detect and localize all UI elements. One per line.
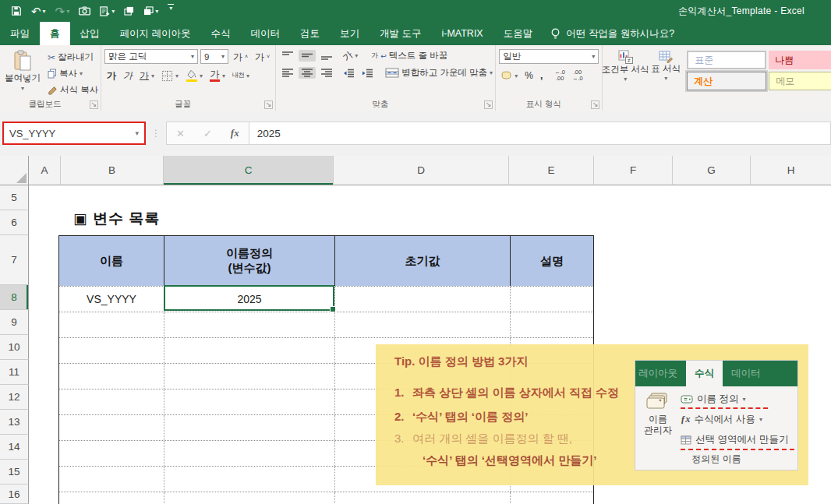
grow-font-button[interactable]: 가˄ [231,51,250,62]
column-header-g[interactable]: G [673,156,751,185]
save-icon[interactable] [11,4,22,18]
cell-b8[interactable]: VS_YYYY [59,287,164,312]
select-all-corner[interactable] [0,156,29,185]
name-box[interactable]: VS_YYYY ▾ [2,122,146,145]
tab-formulas[interactable]: 수식 [200,22,240,45]
header-name-definition[interactable]: 이름정의 (변수값) [164,236,335,286]
row-header-11[interactable]: 11 [0,360,29,385]
row-header-6[interactable]: 6 [0,210,29,235]
cancel-icon[interactable]: ✕ [176,128,185,139]
cell-style-bad[interactable]: 나쁨 [769,51,831,69]
customize-qat-icon[interactable]: ▾ [168,4,174,18]
font-dialog-launcher[interactable]: ↘ [264,100,273,109]
row-header-13[interactable]: 13 [0,410,29,435]
number-format-select[interactable]: 일반▾ [499,49,599,64]
cell-style-normal[interactable]: 표준 [687,51,766,69]
bold-button[interactable]: 가 [104,70,118,81]
cell-style-calculation[interactable]: 계산 [687,72,766,90]
cell[interactable] [59,312,164,337]
accounting-format-button[interactable]: ▾ [499,70,520,81]
row-header-9[interactable]: 9 [0,310,29,335]
copy-button[interactable]: 복사 ▾ [45,67,101,80]
cell-c8[interactable]: 2025 [164,287,335,312]
redo-button[interactable]: ↷▾ [55,4,70,18]
tell-me-box[interactable]: 어떤 작업을 원하시나요? [543,22,682,45]
align-right-button[interactable] [318,67,335,79]
header-description[interactable]: 설명 [511,236,593,286]
increase-decimal-button[interactable]: ←.0 .00 [552,69,568,83]
paste-button[interactable]: 붙여넣기 ▾ [3,49,42,97]
clipboard-dialog-launcher[interactable]: ↘ [90,100,98,109]
orientation-button[interactable]: 가 ▾ [341,51,360,62]
formula-bar-splitter[interactable]: ⋮ [146,128,166,139]
cell[interactable] [59,389,164,414]
cell-d8[interactable] [335,287,511,312]
column-header-d[interactable]: D [334,156,509,185]
format-as-table-button[interactable]: 표 서식 ▾ [649,49,682,83]
cell[interactable] [59,364,164,389]
cell[interactable] [164,312,335,337]
tab-review[interactable]: 검토 [290,22,330,45]
enter-icon[interactable]: ✓ [203,128,212,139]
tab-developer[interactable]: 개발 도구 [370,22,431,45]
cell[interactable] [511,492,593,504]
cell[interactable] [335,492,511,504]
row-header-15[interactable]: 15 [0,460,29,485]
font-size-select[interactable]: 9▾ [200,49,228,64]
column-header-a[interactable]: A [29,156,61,185]
row-header-14[interactable]: 14 [0,435,29,460]
align-bottom-button[interactable] [318,50,335,62]
insert-function-icon[interactable]: fx [231,127,239,139]
row-header-8[interactable]: 8 [0,285,29,310]
cell[interactable] [164,389,335,414]
row-header-5[interactable]: 5 [0,185,29,210]
align-left-button[interactable] [279,67,296,79]
borders-button[interactable]: ▾ [159,69,181,83]
row-header-10[interactable]: 10 [0,335,29,360]
decrease-decimal-button[interactable]: .00 →.0 [570,69,585,83]
cell-style-note[interactable]: 메모 [769,72,831,90]
alignment-dialog-launcher[interactable]: ↘ [484,100,493,109]
format-painter-button[interactable]: 서식 복사 [45,83,101,97]
column-header-b[interactable]: B [61,156,164,185]
cell[interactable] [511,312,593,337]
undo-button[interactable]: ↶▾ [31,4,46,18]
name-box-dropdown-icon[interactable]: ▾ [135,129,139,137]
shape-front-icon[interactable] [124,4,134,18]
tip-callout[interactable]: Tip. 이름 정의 방법 3가지 1. 좌측 상단 셀의 이름 상자에서 직접… [376,344,808,485]
font-family-select[interactable]: 맑은 고딕▾ [104,49,198,64]
tab-home[interactable]: 홈 [40,22,70,45]
cell[interactable] [164,467,335,492]
cell[interactable] [335,312,511,337]
cell[interactable] [164,338,335,363]
column-header-h[interactable]: H [751,156,831,185]
camera-icon[interactable] [79,4,90,18]
cell[interactable] [164,441,335,466]
cell[interactable] [164,415,335,440]
italic-button[interactable]: 가 [121,70,135,81]
wrap-text-button[interactable]: 가 ↩ 텍스트 줄 바꿈 [369,49,450,62]
cell[interactable] [59,415,164,440]
row-header-7[interactable]: 7 [0,235,29,285]
cell[interactable] [59,492,164,504]
fill-color-button[interactable]: ▾ [183,69,205,83]
tab-file[interactable]: 파일 [0,22,40,45]
tab-imatrix[interactable]: i-MATRIX [431,22,493,45]
tab-data[interactable]: 데이터 [240,22,290,45]
header-initial-value[interactable]: 초기값 [335,236,511,286]
cell-e8[interactable] [511,287,593,312]
column-header-e[interactable]: E [509,156,594,185]
row-header-16[interactable]: 16 [0,485,29,504]
cell[interactable] [59,338,164,363]
conditional-formatting-button[interactable]: ≠ 조건부 서식 ▾ [606,49,645,83]
phonetic-button[interactable]: 내천 ▾ [230,70,252,81]
column-header-c[interactable]: C [164,156,334,185]
decrease-indent-button[interactable] [341,68,357,79]
cut-button[interactable]: ✂ 잘라내기 [45,51,101,64]
paste-options-icon[interactable]: ▾ [100,4,115,18]
row-header-12[interactable]: 12 [0,385,29,410]
header-name[interactable]: 이름 [59,236,164,286]
align-middle-button[interactable] [299,50,316,62]
shape-back-icon[interactable]: ▾ [143,4,158,18]
increase-indent-button[interactable] [359,68,376,79]
